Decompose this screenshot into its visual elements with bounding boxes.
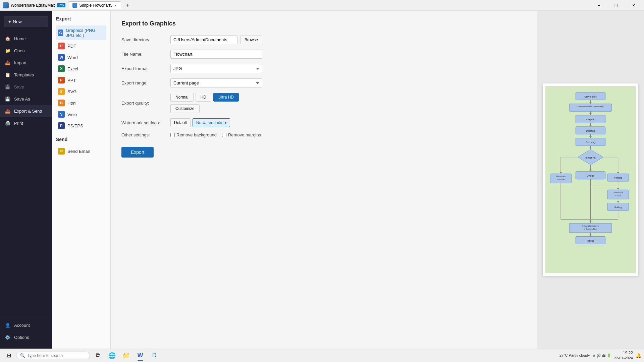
word-btn[interactable]: W (133, 350, 147, 362)
notification-btn[interactable]: 🔔 (636, 353, 641, 358)
excel-label: Excel (67, 66, 78, 71)
export-type-ppt[interactable]: P PPT (56, 74, 106, 86)
file-name-label: File Name: (121, 52, 165, 57)
svg-text:Gray Fabric: Gray Fabric (584, 95, 597, 98)
document-tab[interactable]: Simple Flowchart5 × (68, 1, 121, 9)
svg-text:Scouring: Scouring (586, 141, 595, 144)
quality-hd-btn[interactable]: HD (196, 93, 211, 102)
svg-text:Singeing: Singeing (586, 118, 595, 121)
time-block: 19:22 22-01-2024 (614, 351, 633, 361)
taskbar-apps: ⧉ 🌐 📁 W D (91, 350, 161, 362)
remove-background-checkbox[interactable] (170, 133, 175, 137)
sidebar-item-home[interactable]: 🏠 Home (0, 33, 52, 45)
svg-marker-30 (589, 170, 592, 172)
svg-text:Dyeing: Dyeing (587, 175, 594, 177)
minimize-btn[interactable]: − (591, 0, 606, 11)
app-name: Wondershare EdrawMax (11, 3, 55, 8)
pdf-icon: P (58, 43, 65, 49)
sidebar-divider (0, 317, 52, 317)
start-button[interactable]: ⊞ (3, 350, 15, 362)
export-icon: 📤 (5, 108, 11, 114)
watermark-row: Default No watermarks ▾ (170, 118, 262, 127)
titlebar-controls: − □ × (591, 0, 641, 11)
svg-marker-19 (589, 148, 592, 149)
customize-btn[interactable]: Customize (170, 104, 200, 113)
tab-close-btn[interactable]: × (114, 3, 116, 7)
browse-button[interactable]: Browse (240, 36, 262, 44)
svg-marker-7 (589, 113, 592, 115)
close-btn[interactable]: × (626, 0, 641, 11)
svg-text:Finishing (Calendaring: Finishing (Calendaring (582, 225, 599, 227)
export-type-svg[interactable]: S SVG (56, 86, 106, 97)
taskbar-right: 27°C Partly cloudy ∧ 🔊 🖧 🔋 19:22 22-01-2… (559, 351, 641, 361)
export-button[interactable]: Export (121, 147, 154, 158)
sidebar-item-import[interactable]: 📥 Import (0, 57, 52, 69)
saveas-icon: 💾 (5, 96, 11, 102)
export-format-select[interactable]: JPG PNG BMP GIF TIFF (170, 64, 262, 73)
other-settings-label: Other settings: (121, 132, 165, 137)
sidebar-label-import: Import (14, 60, 26, 65)
remove-margins-label[interactable]: Remove margins (222, 132, 261, 137)
search-bar[interactable]: 🔍 (16, 352, 90, 359)
save-directory-row: Browse (170, 35, 262, 44)
flowchart-svg: Gray Fabric Fabric Inspection and Stitch… (548, 90, 633, 268)
excel-icon: X (58, 65, 65, 72)
sidebar-item-open[interactable]: 📁 Open (0, 45, 52, 57)
export-type-pdf[interactable]: P PDF (56, 40, 106, 52)
send-email-item[interactable]: ✉ Send Email (56, 145, 106, 157)
svg-rect-4 (569, 104, 611, 111)
export-to-graphics-title: Export to Graphics (121, 20, 526, 27)
tray-icons: ∧ 🔊 🖧 🔋 (593, 353, 611, 358)
sidebar-item-saveas[interactable]: 💾 Save As (0, 93, 52, 105)
quality-normal-btn[interactable]: Normal (170, 93, 194, 102)
export-range-select[interactable]: Current page All pages Selected objects (170, 78, 262, 87)
export-type-html[interactable]: H Html (56, 97, 106, 109)
export-type-word[interactable]: W Word (56, 52, 106, 63)
app2-btn[interactable]: D (148, 350, 161, 362)
search-input[interactable] (27, 353, 81, 358)
file-name-input[interactable] (170, 50, 262, 59)
word-label: Word (67, 55, 78, 60)
quality-buttons-row: Normal HD Ultra HD (170, 93, 262, 102)
export-quality-label: Export quality: (121, 101, 165, 106)
options-icon: ⚙️ (5, 334, 11, 340)
templates-icon: 📋 (5, 72, 11, 78)
export-type-pseps[interactable]: P PS/EPS (56, 120, 106, 131)
taskview-btn[interactable]: ⧉ (91, 350, 105, 362)
sidebar-item-templates[interactable]: 📋 Templates (0, 69, 52, 81)
word-icon: W (58, 54, 65, 61)
edge-btn[interactable]: 🌐 (105, 350, 119, 362)
taskbar: ⊞ 🔍 ⧉ 🌐 📁 W D 27°C Partly cloudy ∧ 🔊 🖧 🔋… (0, 349, 644, 362)
remove-background-text: Remove background (176, 132, 217, 137)
preview-panel: Gray Fabric Fabric Inspection and Stitch… (537, 11, 644, 349)
save-directory-input[interactable] (170, 35, 237, 44)
sidebar-item-save: 💾 Save (0, 81, 52, 93)
sidebar-label-options: Options (14, 335, 29, 340)
sidebar-label-export: Export & Send (14, 109, 42, 114)
import-icon: 📥 (5, 60, 11, 66)
weather-info: 27°C Partly cloudy (559, 353, 590, 357)
new-button[interactable]: + New (4, 16, 48, 27)
svg-marker-3 (589, 102, 592, 104)
watermark-label: Watermark settings: (121, 120, 165, 125)
explorer-btn[interactable]: 📁 (119, 350, 133, 362)
svg-text:Rolling: Rolling (614, 206, 622, 209)
sidebar-item-print[interactable]: 🖨️ Print (0, 117, 52, 129)
remove-background-label[interactable]: Remove background (170, 132, 217, 137)
sidebar-item-options[interactable]: ⚙️ Options (0, 331, 52, 343)
maximize-btn[interactable]: □ (608, 0, 624, 11)
sidebar-item-export[interactable]: 📤 Export & Send (0, 105, 52, 117)
app-info: Wondershare EdrawMax Pro (3, 2, 65, 8)
export-type-visio[interactable]: V Visio (56, 109, 106, 120)
export-type-graphics[interactable]: G Graphics (PNG, JPG etc.) (56, 25, 106, 40)
ppt-label: PPT (67, 78, 76, 83)
watermark-selected[interactable]: No watermarks ▾ (193, 118, 230, 127)
titlebar: Wondershare EdrawMax Pro Simple Flowchar… (0, 0, 644, 11)
add-tab-btn[interactable]: + (124, 1, 132, 9)
remove-margins-checkbox[interactable] (222, 133, 226, 137)
export-type-excel[interactable]: X Excel (56, 63, 106, 74)
svg-marker-59 (589, 235, 592, 236)
sidebar-item-account[interactable]: 👤 Account (0, 319, 52, 331)
app-logo (3, 2, 9, 8)
quality-ultrahd-btn[interactable]: Ultra HD (213, 93, 239, 102)
